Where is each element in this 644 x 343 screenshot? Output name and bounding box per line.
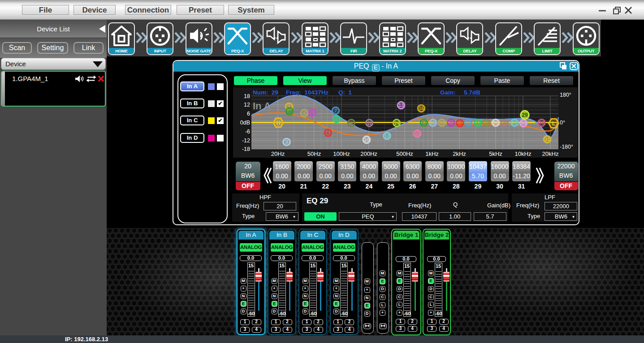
svg-text:14: 14	[394, 120, 400, 126]
svg-text:L: L	[552, 120, 555, 127]
svg-text:180°: 180°	[560, 92, 571, 98]
svg-text:3: 3	[285, 139, 288, 145]
svg-text:6: 6	[327, 130, 329, 136]
svg-text:-12: -12	[242, 137, 250, 144]
svg-text:12: 12	[384, 133, 389, 139]
svg-text:5: 5	[311, 110, 314, 115]
svg-text:9: 9	[350, 120, 353, 126]
svg-text:31: 31	[545, 137, 550, 142]
svg-text:2kHz: 2kHz	[453, 150, 466, 157]
svg-text:10: 10	[364, 137, 369, 142]
svg-text:100Hz: 100Hz	[333, 150, 350, 157]
svg-text:-6: -6	[245, 129, 250, 135]
svg-text:29: 29	[522, 112, 528, 118]
svg-text:17: 17	[421, 120, 427, 125]
svg-text:22: 22	[466, 120, 471, 125]
svg-text:13: 13	[398, 103, 404, 108]
svg-text:25: 25	[493, 120, 498, 125]
svg-text:200Hz: 200Hz	[360, 150, 377, 157]
svg-text:4: 4	[303, 111, 306, 116]
svg-text:27: 27	[512, 120, 517, 125]
svg-text:50Hz: 50Hz	[307, 150, 321, 157]
svg-text:H: H	[277, 120, 281, 126]
svg-text:30: 30	[539, 120, 544, 125]
svg-text:5kHz: 5kHz	[489, 150, 502, 157]
svg-text:12: 12	[244, 102, 250, 108]
svg-text:16: 16	[419, 106, 424, 111]
svg-text:18: 18	[244, 93, 250, 99]
svg-text:6: 6	[247, 111, 250, 117]
svg-text:-18: -18	[242, 146, 250, 152]
svg-text:24: 24	[484, 120, 489, 125]
svg-text:23: 23	[475, 120, 481, 125]
svg-text:20kHz: 20kHz	[542, 150, 559, 157]
svg-text:21: 21	[457, 120, 462, 126]
svg-text:0°: 0°	[560, 120, 565, 126]
svg-text:10kHz: 10kHz	[515, 150, 532, 157]
svg-text:18: 18	[430, 120, 436, 125]
svg-text:500Hz: 500Hz	[396, 150, 413, 157]
svg-text:20Hz: 20Hz	[271, 150, 285, 157]
svg-text:8: 8	[335, 116, 338, 122]
svg-text:7: 7	[334, 108, 337, 113]
svg-text:-180°: -180°	[560, 144, 573, 150]
svg-text:28: 28	[521, 120, 526, 126]
svg-text:1kHz: 1kHz	[425, 150, 439, 157]
svg-text:26: 26	[502, 120, 507, 125]
svg-text:15: 15	[415, 131, 420, 137]
svg-text:11: 11	[367, 120, 372, 126]
svg-text:19: 19	[439, 120, 445, 125]
svg-text:2: 2	[288, 109, 291, 114]
svg-text:20: 20	[448, 120, 454, 125]
svg-text:0dB: 0dB	[240, 120, 250, 126]
